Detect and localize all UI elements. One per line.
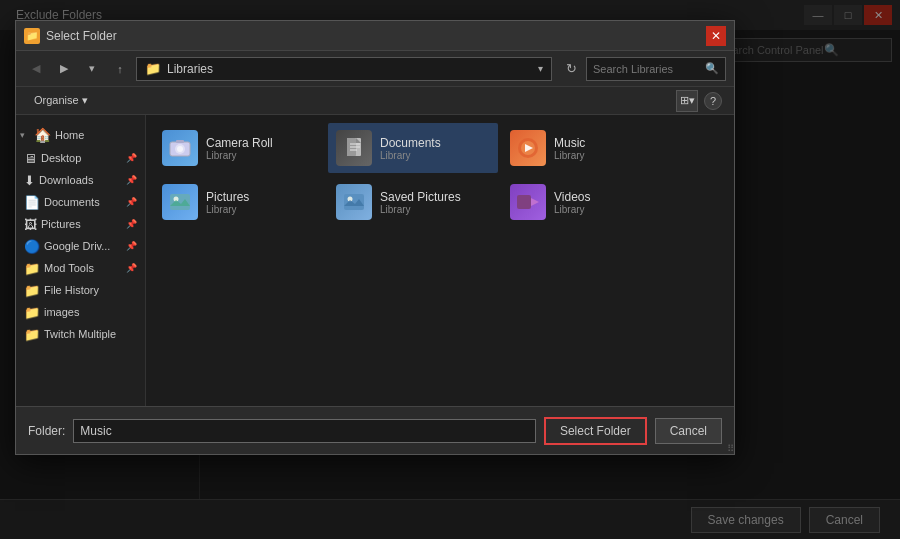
organize-button[interactable]: Organise ▾ bbox=[28, 92, 94, 109]
sidebar-item-images[interactable]: 📁 images bbox=[16, 301, 145, 323]
documents-type: Library bbox=[380, 150, 490, 161]
pictures-name: Pictures bbox=[206, 190, 316, 204]
address-text: Libraries bbox=[167, 62, 532, 76]
help-btn[interactable]: ? bbox=[704, 92, 722, 110]
files-grid: Camera Roll Library bbox=[154, 123, 726, 227]
sidebar-item-label-desktop: Desktop bbox=[41, 152, 122, 164]
file-item-pictures[interactable]: Pictures Library bbox=[154, 177, 324, 227]
svg-marker-19 bbox=[531, 198, 539, 206]
dialog-navbar: ◀ ▶ ▾ ↑ 📁 Libraries ▾ ↻ Search Libraries… bbox=[16, 51, 734, 87]
camera-roll-type: Library bbox=[206, 150, 316, 161]
videos-icon-wrap bbox=[510, 184, 546, 220]
sidebar-item-documents[interactable]: 📄 Documents 📌 bbox=[16, 191, 145, 213]
dialog-title-icon: 📁 bbox=[24, 28, 40, 44]
sidebar-item-label-pictures: Pictures bbox=[41, 218, 122, 230]
saved-pictures-type: Library bbox=[380, 204, 490, 215]
file-item-music[interactable]: Music Library bbox=[502, 123, 672, 173]
tree-home-header[interactable]: ▾ 🏠 Home bbox=[16, 123, 145, 147]
google-drive-icon: 🔵 bbox=[24, 239, 40, 254]
pictures-file-icon bbox=[162, 184, 198, 220]
videos-type: Library bbox=[554, 204, 664, 215]
folder-label: Folder: bbox=[28, 424, 65, 438]
search-icon: 🔍 bbox=[705, 62, 719, 75]
documents-info: Documents Library bbox=[380, 136, 490, 161]
documents-name: Documents bbox=[380, 136, 490, 150]
videos-info: Videos Library bbox=[554, 190, 664, 215]
saved-pictures-name: Saved Pictures bbox=[380, 190, 490, 204]
view-mode-btn[interactable]: ⊞▾ bbox=[676, 90, 698, 112]
sidebar-item-label-images: images bbox=[44, 306, 137, 318]
home-label: Home bbox=[55, 129, 84, 141]
files-area: Camera Roll Library bbox=[146, 115, 734, 406]
music-name: Music bbox=[554, 136, 664, 150]
sidebar-item-label-mod-tools: Mod Tools bbox=[44, 262, 122, 274]
svg-point-2 bbox=[177, 146, 183, 152]
dialog-title-left: 📁 Select Folder bbox=[24, 28, 117, 44]
address-refresh-btn[interactable]: ↻ bbox=[560, 58, 582, 80]
home-icon: 🏠 bbox=[34, 127, 51, 143]
sidebar-item-label-twitch: Twitch Multiple bbox=[44, 328, 137, 340]
google-drive-pin-icon: 📌 bbox=[126, 241, 137, 251]
resize-handle[interactable]: ⠿ bbox=[722, 442, 734, 454]
music-icon-wrap bbox=[510, 130, 546, 166]
file-history-icon: 📁 bbox=[24, 283, 40, 298]
dialog-close-btn[interactable]: ✕ bbox=[706, 26, 726, 46]
mod-tools-pin-icon: 📌 bbox=[126, 263, 137, 273]
nav-back-btn[interactable]: ◀ bbox=[24, 57, 48, 81]
pictures-type: Library bbox=[206, 204, 316, 215]
sidebar-item-label-google-drive: Google Driv... bbox=[44, 240, 122, 252]
mod-tools-icon: 📁 bbox=[24, 261, 40, 276]
downloads-icon: ⬇ bbox=[24, 173, 35, 188]
sidebar-item-pictures[interactable]: 🖼 Pictures 📌 bbox=[16, 213, 145, 235]
pictures-icon: 🖼 bbox=[24, 217, 37, 232]
address-dropdown-icon[interactable]: ▾ bbox=[538, 63, 543, 74]
camera-roll-icon-wrap bbox=[162, 130, 198, 166]
dialog-body: ▾ 🏠 Home 🖥 Desktop 📌 ⬇ Downloads 📌 📄 Doc… bbox=[16, 115, 734, 406]
pictures-pin-icon: 📌 bbox=[126, 219, 137, 229]
nav-up-btn[interactable]: ↑ bbox=[108, 57, 132, 81]
dialog-cancel-btn[interactable]: Cancel bbox=[655, 418, 722, 444]
dialog-titlebar: 📁 Select Folder ✕ bbox=[16, 21, 734, 51]
saved-pictures-icon-wrap bbox=[336, 184, 372, 220]
dialog-toolbar: Organise ▾ ⊞▾ ? bbox=[16, 87, 734, 115]
nav-tree: ▾ 🏠 Home 🖥 Desktop 📌 ⬇ Downloads 📌 📄 Doc… bbox=[16, 115, 146, 406]
svg-rect-3 bbox=[176, 140, 184, 143]
nav-forward-btn[interactable]: ▶ bbox=[52, 57, 76, 81]
documents-file-icon bbox=[336, 130, 372, 166]
search-placeholder: Search Libraries bbox=[593, 63, 701, 75]
file-item-videos[interactable]: Videos Library bbox=[502, 177, 672, 227]
select-folder-button[interactable]: Select Folder bbox=[544, 417, 647, 445]
sidebar-item-mod-tools[interactable]: 📁 Mod Tools 📌 bbox=[16, 257, 145, 279]
documents-icon: 📄 bbox=[24, 195, 40, 210]
downloads-pin-icon: 📌 bbox=[126, 175, 137, 185]
sidebar-item-google-drive[interactable]: 🔵 Google Driv... 📌 bbox=[16, 235, 145, 257]
sidebar-item-desktop[interactable]: 🖥 Desktop 📌 bbox=[16, 147, 145, 169]
search-bar[interactable]: Search Libraries 🔍 bbox=[586, 57, 726, 81]
tree-expand-icon: ▾ bbox=[20, 130, 30, 140]
videos-file-icon bbox=[510, 184, 546, 220]
music-type: Library bbox=[554, 150, 664, 161]
sidebar-item-downloads[interactable]: ⬇ Downloads 📌 bbox=[16, 169, 145, 191]
file-item-saved-pictures[interactable]: Saved Pictures Library bbox=[328, 177, 498, 227]
sidebar-item-file-history[interactable]: 📁 File History bbox=[16, 279, 145, 301]
saved-pictures-info: Saved Pictures Library bbox=[380, 190, 490, 215]
sidebar-item-twitch[interactable]: 📁 Twitch Multiple bbox=[16, 323, 145, 345]
address-bar[interactable]: 📁 Libraries ▾ bbox=[136, 57, 552, 81]
documents-pin-icon: 📌 bbox=[126, 197, 137, 207]
twitch-icon: 📁 bbox=[24, 327, 40, 342]
music-file-icon bbox=[510, 130, 546, 166]
folder-input[interactable] bbox=[73, 419, 536, 443]
pictures-icon-wrap bbox=[162, 184, 198, 220]
file-item-documents[interactable]: Documents Library bbox=[328, 123, 498, 173]
camera-roll-name: Camera Roll bbox=[206, 136, 316, 150]
videos-name: Videos bbox=[554, 190, 664, 204]
pictures-info: Pictures Library bbox=[206, 190, 316, 215]
nav-dropdown-btn[interactable]: ▾ bbox=[80, 57, 104, 81]
file-item-camera-roll[interactable]: Camera Roll Library bbox=[154, 123, 324, 173]
sidebar-item-label-file-history: File History bbox=[44, 284, 137, 296]
documents-icon-wrap bbox=[336, 130, 372, 166]
sidebar-item-label-downloads: Downloads bbox=[39, 174, 122, 186]
images-icon: 📁 bbox=[24, 305, 40, 320]
address-folder-icon: 📁 bbox=[145, 61, 161, 76]
select-folder-dialog: 📁 Select Folder ✕ ◀ ▶ ▾ ↑ 📁 Libraries ▾ … bbox=[15, 20, 735, 455]
